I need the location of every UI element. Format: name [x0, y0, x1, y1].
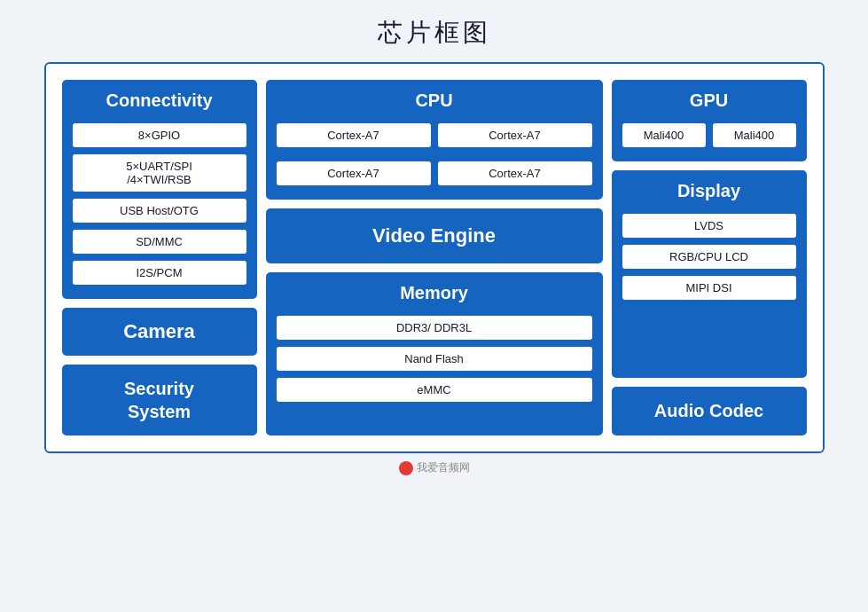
center-column: CPU Cortex-A7 Cortex-A7 Cortex-A7 Cortex… [266, 80, 603, 435]
connectivity-item-usb: USB Host/OTG [73, 199, 246, 223]
display-item-lvds: LVDS [622, 214, 796, 238]
gpu-core-2: Mali400 [713, 123, 796, 147]
connectivity-item-gpio: 8×GPIO [73, 123, 246, 147]
display-item-mipi: MIPI DSI [622, 276, 796, 300]
video-engine-block: Video Engine [266, 208, 603, 263]
video-engine-title: Video Engine [372, 224, 496, 247]
left-column: Connectivity 8×GPIO 5×UART/SPI/4×TWI/RSB… [62, 80, 257, 435]
display-title: Display [677, 181, 740, 201]
watermark: 我爱音频网 [399, 460, 470, 475]
cpu-cores: Cortex-A7 Cortex-A7 Cortex-A7 Cortex-A7 [277, 120, 592, 189]
memory-title: Memory [400, 283, 468, 303]
memory-item-emmc: eMMC [277, 378, 592, 402]
connectivity-item-uart: 5×UART/SPI/4×TWI/RSB [73, 154, 246, 192]
audio-title: Audio Codec [654, 401, 763, 421]
connectivity-block: Connectivity 8×GPIO 5×UART/SPI/4×TWI/RSB… [62, 80, 257, 299]
display-block: Display LVDS RGB/CPU LCD MIPI DSI [612, 170, 807, 378]
connectivity-title: Connectivity [106, 90, 212, 111]
watermark-text: 我爱音频网 [417, 460, 470, 475]
gpu-cores: Mali400 Mali400 [622, 120, 796, 151]
security-block: SecuritySystem [62, 365, 257, 435]
cpu-block: CPU Cortex-A7 Cortex-A7 Cortex-A7 Cortex… [266, 80, 603, 200]
cpu-title: CPU [415, 90, 452, 111]
cpu-core-2: Cortex-A7 [438, 123, 592, 147]
connectivity-item-i2s: I2S/PCM [73, 261, 246, 285]
gpu-block: GPU Mali400 Mali400 [612, 80, 807, 161]
security-title: SecuritySystem [124, 377, 194, 423]
memory-block: Memory DDR3/ DDR3L Nand Flash eMMC [266, 272, 603, 435]
cpu-core-4: Cortex-A7 [438, 161, 592, 185]
display-item-rgb: RGB/CPU LCD [622, 245, 796, 269]
cpu-core-1: Cortex-A7 [277, 123, 431, 147]
memory-item-nand: Nand Flash [277, 347, 592, 371]
right-column: GPU Mali400 Mali400 Display LVDS RGB/CPU… [612, 80, 807, 435]
audio-codec-block: Audio Codec [612, 387, 807, 435]
watermark-icon [399, 461, 413, 475]
chip-diagram: Connectivity 8×GPIO 5×UART/SPI/4×TWI/RSB… [44, 62, 825, 453]
camera-title: Camera [123, 320, 195, 343]
gpu-title: GPU [690, 90, 728, 111]
cpu-core-3: Cortex-A7 [277, 161, 431, 185]
camera-block: Camera [62, 308, 257, 356]
gpu-core-1: Mali400 [622, 123, 706, 147]
connectivity-item-sdmmc: SD/MMC [73, 230, 246, 254]
page-title: 芯片框图 [378, 16, 491, 50]
memory-item-ddr3: DDR3/ DDR3L [277, 316, 592, 340]
